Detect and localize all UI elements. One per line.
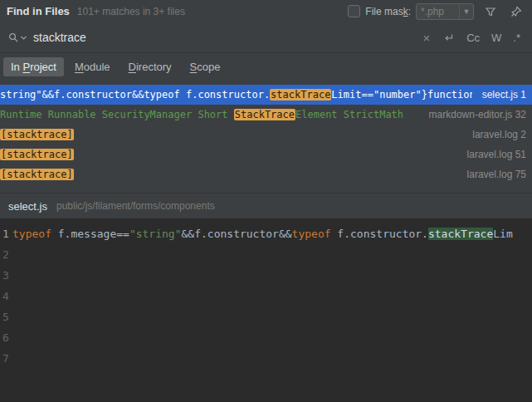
- regex-toggle[interactable]: .*: [513, 32, 520, 44]
- code-token: typeof: [12, 228, 51, 240]
- pin-button[interactable]: [507, 2, 525, 21]
- line-number: 3: [2, 265, 12, 286]
- filter-icon: [485, 6, 496, 17]
- search-history-button[interactable]: [8, 32, 27, 43]
- newline-button[interactable]: [442, 31, 455, 44]
- preview-file-name: select.js: [8, 200, 47, 213]
- code-token: f.constructor.: [331, 228, 428, 240]
- file-mask-area: File mask: *.php ▼: [348, 3, 474, 20]
- search-icon: [8, 32, 19, 43]
- scope-tab-module[interactable]: Module: [67, 57, 118, 76]
- search-row: stacktrace × Cc W .*: [0, 22, 532, 53]
- newline-icon: [443, 32, 454, 43]
- result-location: select.js 1: [472, 89, 532, 100]
- preview-file-path: public/js/filament/forms/components: [56, 200, 215, 212]
- preview-file-header: select.js public/js/filament/forms/compo…: [0, 193, 532, 218]
- code-token: "string": [129, 228, 182, 240]
- code-token: Lim: [493, 228, 512, 240]
- line-number: 6: [2, 327, 12, 348]
- result-location: markdown-editor.js 32: [419, 109, 532, 120]
- line-number: 5: [2, 306, 12, 327]
- scope-tab-in-project[interactable]: In Project: [3, 57, 64, 76]
- line-number-gutter: 1234567: [0, 223, 12, 402]
- result-row[interactable]: string"&&f.constructor&&typeof f.constru…: [0, 85, 532, 105]
- result-row[interactable]: [stacktrace]laravel.log 75: [0, 164, 532, 184]
- filter-button[interactable]: [481, 2, 500, 21]
- result-location: laravel.log 75: [457, 169, 532, 180]
- file-mask-label: File mask:: [365, 6, 411, 17]
- file-mask-combobox[interactable]: *.php ▼: [416, 3, 474, 20]
- result-row[interactable]: [stacktrace]laravel.log 51: [0, 145, 532, 164]
- match-highlight: [stacktrace]: [0, 169, 74, 180]
- result-text: string"&&f.constructor&&typeof f.constru…: [0, 89, 472, 100]
- pin-icon: [510, 6, 522, 17]
- results-list: string"&&f.constructor&&typeof f.constru…: [0, 81, 532, 193]
- file-mask-checkbox[interactable]: [348, 5, 360, 17]
- dialog-title: Find in Files: [7, 5, 70, 17]
- result-location: laravel.log 2: [462, 129, 532, 140]
- result-text: Runtime Runnable SecurityManager Short S…: [0, 109, 419, 120]
- line-number: 4: [2, 286, 12, 306]
- chevron-down-icon: [21, 36, 27, 40]
- match-case-toggle[interactable]: Cc: [466, 32, 480, 44]
- search-options: × Cc W .*: [422, 31, 524, 45]
- code-line: typeof f.message=="string"&&f.constructo…: [12, 223, 532, 244]
- code-token: stackTrace: [428, 228, 493, 240]
- match-highlight: [stacktrace]: [0, 129, 74, 140]
- chevron-down-icon[interactable]: ▼: [459, 4, 473, 19]
- find-in-files-dialog: Find in Files 101+ matches in 3+ files F…: [0, 0, 532, 402]
- code-area: typeof f.message=="string"&&f.constructo…: [12, 223, 532, 402]
- scope-tab-directory[interactable]: Directory: [121, 57, 179, 76]
- result-row[interactable]: Runtime Runnable SecurityManager Short S…: [0, 105, 532, 125]
- file-mask-value: *.php: [417, 6, 459, 17]
- whole-words-toggle[interactable]: W: [491, 32, 501, 44]
- result-location: laravel.log 51: [457, 149, 532, 160]
- scope-tabs: In ProjectModuleDirectoryScope: [0, 53, 532, 81]
- match-summary: 101+ matches in 3+ files: [77, 6, 185, 17]
- result-text: [stacktrace]: [0, 169, 457, 180]
- code-token: &&f.constructor&&: [182, 228, 292, 240]
- dialog-header: Find in Files 101+ matches in 3+ files F…: [0, 0, 532, 22]
- clear-search-button[interactable]: ×: [422, 31, 430, 45]
- search-input[interactable]: stacktrace: [33, 31, 416, 44]
- match-highlight: StackTrace: [234, 109, 295, 120]
- code-token: f.message==: [51, 228, 129, 240]
- match-highlight: [stacktrace]: [0, 149, 74, 160]
- code-preview[interactable]: 1234567 typeof f.message=="string"&&f.co…: [0, 218, 532, 402]
- line-number: 7: [2, 348, 12, 369]
- result-text: [stacktrace]: [0, 129, 462, 140]
- result-row[interactable]: [stacktrace]laravel.log 2: [0, 125, 532, 145]
- line-number: 1: [2, 223, 12, 244]
- code-token: typeof: [292, 228, 331, 240]
- scope-tab-scope[interactable]: Scope: [183, 57, 228, 76]
- match-highlight: stackTrace: [270, 89, 331, 100]
- line-number: 2: [2, 244, 12, 265]
- result-text: [stacktrace]: [0, 149, 457, 160]
